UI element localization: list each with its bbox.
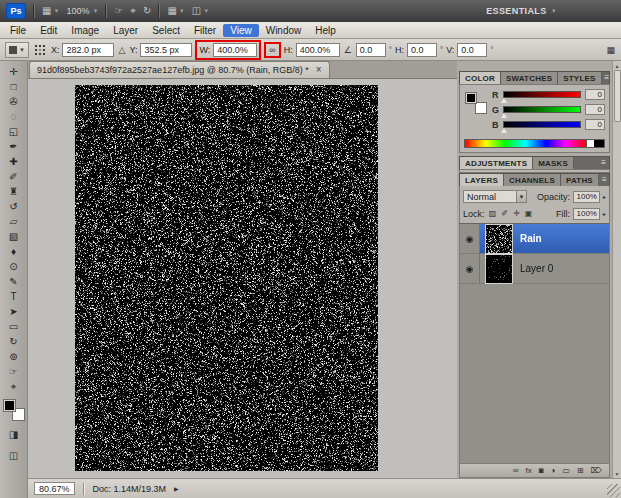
rotate-view-icon[interactable]: ↻ (143, 6, 151, 16)
spectrum-white-swatch[interactable] (586, 140, 594, 147)
resize-grip[interactable] (607, 484, 620, 497)
lasso-tool[interactable]: ✇ (4, 94, 24, 109)
visibility-eye-icon[interactable]: ◉ (460, 254, 480, 283)
spectrum-rainbow[interactable] (465, 140, 586, 147)
zoom-tool-icon[interactable]: ⌖ (130, 6, 136, 16)
tab-layers[interactable]: LAYERS (460, 174, 504, 186)
scroll-up-icon[interactable]: ▲ (615, 61, 620, 70)
rectangle-tool[interactable]: ▭ (4, 319, 24, 334)
channel-value-field[interactable]: 0 (585, 119, 605, 130)
opacity-field[interactable]: 100% (573, 191, 600, 203)
height-scale-field[interactable]: 400.0% (296, 43, 340, 57)
layer-style-icon[interactable]: fx (526, 467, 532, 475)
green-channel-slider[interactable] (503, 106, 581, 113)
opacity-flyout-icon[interactable]: ▸ (603, 193, 606, 200)
hand-tool-icon[interactable]: ☞ (114, 6, 123, 16)
document-tab[interactable]: 91d0f895beb3743f972a2527ae127efb.jpg @ 8… (29, 61, 330, 78)
screen-mode-button[interactable]: ◫ ▼ (192, 6, 209, 16)
layer-thumbnail[interactable] (485, 254, 513, 284)
menu-file[interactable]: File (3, 24, 33, 37)
lock-all-icon[interactable]: ▣ (524, 209, 534, 218)
menu-edit[interactable]: Edit (33, 24, 64, 37)
layer-row[interactable]: ◉Rain (460, 224, 609, 254)
type-tool[interactable]: T (4, 289, 24, 304)
warp-mode-toggle-icon[interactable]: ▦ (605, 45, 616, 55)
zoom-percent-field[interactable]: 80.67% (34, 482, 75, 495)
3d-rotate-tool[interactable]: ↻ (4, 334, 24, 349)
panel-menu-icon[interactable]: ≡ (598, 157, 609, 169)
blue-channel-slider[interactable] (503, 121, 581, 128)
quick-mask-button[interactable]: ◨ (4, 427, 24, 442)
color-spectrum-ramp[interactable] (464, 139, 605, 148)
x-position-field[interactable]: 282.0 px (62, 43, 114, 57)
lock-transparency-icon[interactable]: ▨ (488, 209, 498, 218)
clone-stamp-tool[interactable]: ♜ (4, 184, 24, 199)
vertical-skew-field[interactable]: 0.0 (457, 43, 487, 57)
screen-mode-toolbar-button[interactable]: ◫ (4, 448, 24, 463)
scroll-down-icon[interactable]: ▼ (615, 469, 620, 478)
arrange-documents-button[interactable]: ▦ ▼ (167, 6, 184, 16)
lock-pixels-icon[interactable]: ✐ (500, 209, 510, 218)
pen-tool[interactable]: ✎ (4, 274, 24, 289)
path-selection-tool[interactable]: ➤ (4, 304, 24, 319)
menu-layer[interactable]: Layer (106, 24, 145, 37)
tab-masks[interactable]: MASKS (533, 157, 574, 169)
link-dimensions-icon[interactable]: ∞ (268, 45, 276, 55)
rotation-field[interactable]: 0.0 (356, 43, 386, 57)
blur-tool[interactable]: ♦ (4, 244, 24, 259)
layer-row[interactable]: ◉Layer 0 (460, 254, 609, 284)
menu-filter[interactable]: Filter (187, 24, 223, 37)
slider-thumb[interactable] (501, 128, 507, 133)
horizontal-skew-field[interactable]: 0.0 (407, 43, 437, 57)
foreground-color-swatch[interactable] (3, 399, 16, 412)
panel-scrollbar[interactable]: ▲ ▼ (612, 61, 621, 478)
spectrum-black-swatch[interactable] (594, 140, 604, 147)
tool-preset-picker[interactable]: ▼ (5, 42, 29, 58)
history-brush-tool[interactable]: ↺ (4, 199, 24, 214)
link-layers-icon[interactable]: ∞ (513, 467, 519, 475)
adjustment-layer-icon[interactable]: ◑ (551, 467, 556, 475)
relative-position-toggle[interactable]: △ (117, 45, 126, 55)
rectangular-marquee-tool[interactable]: □ (4, 79, 24, 94)
width-scale-field[interactable]: 400.0% (213, 43, 257, 57)
menu-view[interactable]: View (223, 24, 259, 37)
status-flyout-icon[interactable]: ▶ (174, 485, 179, 492)
brush-tool[interactable]: ✐ (4, 169, 24, 184)
lock-position-icon[interactable]: ✛ (512, 209, 522, 218)
delete-layer-icon[interactable]: ⌦ (591, 467, 602, 475)
quick-selection-tool[interactable]: ◌ (4, 109, 24, 124)
document-image[interactable] (75, 85, 378, 471)
3d-orbit-tool[interactable]: ⊚ (4, 349, 24, 364)
tab-channels[interactable]: CHANNELS (504, 174, 561, 186)
channel-value-field[interactable]: 0 (585, 104, 605, 115)
y-position-field[interactable]: 352.5 px (140, 43, 192, 57)
move-tool[interactable]: ✛ (4, 64, 24, 79)
tab-paths[interactable]: PATHS (561, 174, 599, 186)
eyedropper-tool[interactable]: ✒ (4, 139, 24, 154)
panel-menu-icon[interactable]: ≡ (599, 174, 610, 186)
gradient-tool[interactable]: ▧ (4, 229, 24, 244)
workspace-switcher[interactable]: ESSENTIALS ▼ (486, 6, 557, 16)
add-layer-mask-icon[interactable]: ◙ (539, 467, 544, 475)
visibility-eye-icon[interactable]: ◉ (460, 224, 480, 253)
layer-name[interactable]: Layer 0 (520, 263, 553, 274)
tab-styles[interactable]: STYLES (558, 72, 601, 84)
dodge-tool[interactable]: ⊙ (4, 259, 24, 274)
menu-window[interactable]: Window (259, 24, 309, 37)
channel-value-field[interactable]: 0 (585, 89, 605, 100)
layer-group-icon[interactable]: ▭ (562, 467, 570, 475)
eraser-tool[interactable]: ▱ (4, 214, 24, 229)
slider-thumb[interactable] (501, 113, 507, 118)
new-layer-icon[interactable]: ⊞ (577, 467, 584, 475)
menu-help[interactable]: Help (308, 24, 343, 37)
menu-image[interactable]: Image (64, 24, 106, 37)
zoom-tool[interactable]: ⌖ (4, 379, 24, 394)
reference-point-locator[interactable] (34, 44, 46, 56)
hand-tool[interactable]: ☞ (4, 364, 24, 379)
blend-mode-select[interactable]: Normal ▼ (463, 190, 527, 203)
slider-thumb[interactable] (501, 98, 507, 103)
zoom-level-display[interactable]: 100% ▼ (66, 6, 98, 16)
close-tab-icon[interactable]: × (316, 65, 322, 75)
tab-color[interactable]: COLOR (460, 72, 501, 84)
fill-flyout-icon[interactable]: ▸ (603, 210, 606, 217)
